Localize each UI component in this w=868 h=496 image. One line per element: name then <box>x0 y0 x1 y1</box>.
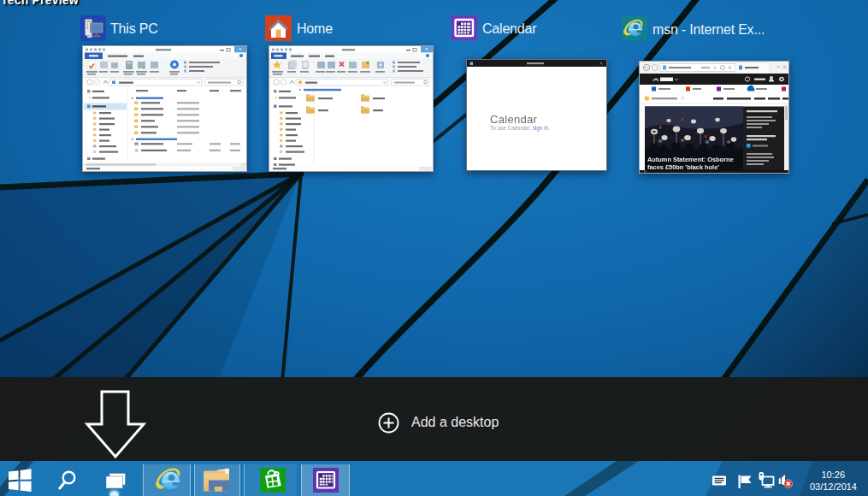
svg-text:faces £50bn 'black hole': faces £50bn 'black hole' <box>647 163 719 171</box>
svg-text:To use Calendar, sign in.: To use Calendar, sign in. <box>490 125 550 132</box>
svg-text:Autumn Statement: Osborne: Autumn Statement: Osborne <box>647 156 734 163</box>
